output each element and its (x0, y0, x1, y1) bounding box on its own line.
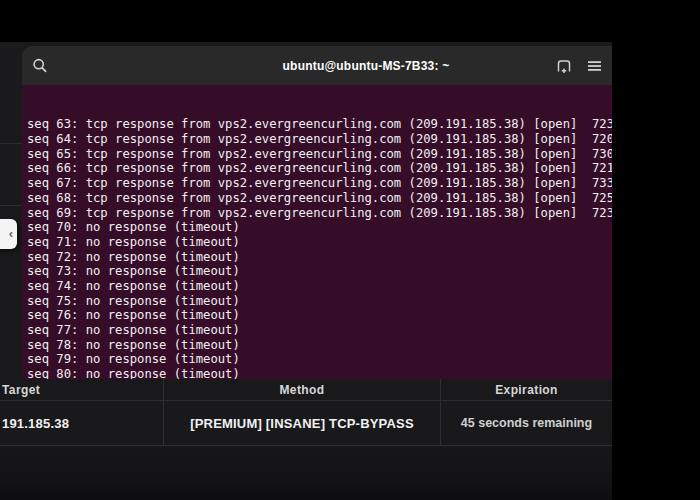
column-header-target: Target (0, 379, 165, 400)
table-row-divider (0, 445, 612, 446)
column-header-expiration: Expiration (441, 379, 612, 400)
table-column-divider (440, 379, 441, 446)
new-tab-button[interactable] (554, 56, 574, 76)
terminal-line: seq 67: tcp response from vps2.evergreen… (27, 176, 700, 191)
table-row-divider (0, 143, 22, 144)
terminal-line: seq 69: tcp response from vps2.evergreen… (27, 206, 700, 221)
table-header-divider (0, 400, 612, 401)
terminal-line: seq 77: no response (timeout) (27, 323, 700, 338)
terminal-output[interactable]: seq 63: tcp response from vps2.evergreen… (22, 85, 700, 379)
terminal-line: seq 64: tcp response from vps2.evergreen… (27, 132, 700, 147)
cell-target: 191.185.38 (0, 401, 165, 445)
terminal-line: seq 71: no response (timeout) (27, 235, 700, 250)
drawer-collapse-button[interactable]: ‹ (0, 219, 17, 249)
screen: ‹ Target Method Expiration 191.185.38 [P… (0, 0, 700, 500)
terminal-line: seq 65: tcp response from vps2.evergreen… (27, 147, 700, 162)
terminal-line: seq 70: no response (timeout) (27, 220, 700, 235)
cell-method: [PREMIUM] [INSANE] TCP-BYPASS (164, 401, 440, 445)
terminal-line: seq 72: no response (timeout) (27, 250, 700, 265)
terminal-header-bar: ubuntu@ubuntu-MS-7B33: ~ (22, 46, 700, 85)
menu-button[interactable] (584, 56, 604, 76)
hamburger-menu-icon (587, 59, 602, 73)
cell-expiration: 45 seconds remaining (441, 401, 612, 445)
terminal-line: seq 76: no response (timeout) (27, 308, 700, 323)
terminal-line: seq 80: no response (timeout) (27, 367, 700, 379)
terminal-lines: seq 63: tcp response from vps2.evergreen… (27, 117, 700, 379)
terminal-line: seq 63: tcp response from vps2.evergreen… (27, 117, 700, 132)
column-header-method: Method (164, 379, 440, 400)
table-row-divider (0, 205, 22, 206)
terminal-line: seq 68: tcp response from vps2.evergreen… (27, 191, 700, 206)
terminal-line: seq 79: no response (timeout) (27, 352, 700, 367)
terminal-window: ubuntu@ubuntu-MS-7B33: ~ seq 63: tcp res… (22, 46, 700, 379)
table-column-divider (163, 379, 164, 446)
screenshot-crop-band (612, 0, 700, 500)
new-tab-icon (556, 58, 572, 74)
chevron-left-icon: ‹ (9, 227, 13, 240)
search-button[interactable] (30, 56, 50, 76)
search-icon (32, 58, 48, 74)
terminal-line: seq 74: no response (timeout) (27, 279, 700, 294)
terminal-line: seq 73: no response (timeout) (27, 264, 700, 279)
terminal-line: seq 78: no response (timeout) (27, 338, 700, 353)
terminal-line: seq 66: tcp response from vps2.evergreen… (27, 161, 700, 176)
terminal-line: seq 75: no response (timeout) (27, 294, 700, 309)
